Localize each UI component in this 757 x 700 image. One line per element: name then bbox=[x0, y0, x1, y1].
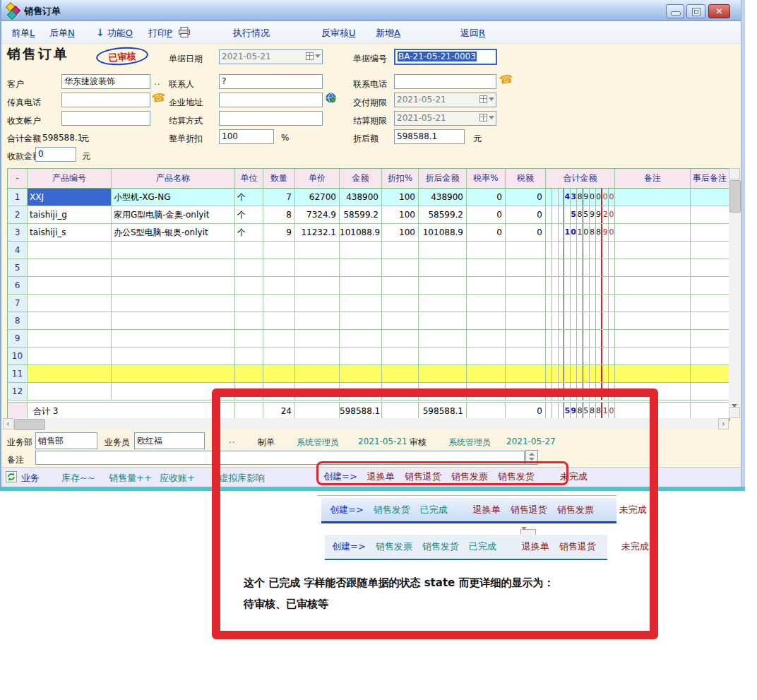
table-cell[interactable] bbox=[235, 365, 263, 383]
table-cell-remark[interactable] bbox=[615, 242, 691, 259]
refresh-icon[interactable] bbox=[6, 471, 17, 485]
toolbar-item-virtual-stock[interactable]: 虚拟库影响 bbox=[219, 472, 265, 485]
table-cell[interactable] bbox=[467, 365, 506, 383]
table-cell-amount[interactable] bbox=[546, 330, 615, 348]
table-cell-amount[interactable] bbox=[546, 365, 615, 383]
status-item-销售退货[interactable]: 销售退货 bbox=[405, 470, 441, 483]
table-cell[interactable] bbox=[235, 312, 263, 330]
table-cell-post-remark[interactable] bbox=[691, 330, 729, 348]
column-header-金额[interactable]: 金额 bbox=[340, 169, 382, 189]
dept-input[interactable]: 销售部 bbox=[35, 432, 97, 449]
table-cell[interactable] bbox=[295, 330, 340, 348]
table-cell[interactable] bbox=[112, 259, 235, 277]
settle-date-input[interactable]: 2021-05-21 bbox=[394, 111, 496, 126]
table-cell[interactable] bbox=[28, 383, 112, 401]
table-cell[interactable] bbox=[467, 242, 506, 259]
table-cell[interactable]: 7324.9 bbox=[295, 206, 340, 224]
close-button[interactable]: ✕ bbox=[708, 4, 730, 18]
table-cell[interactable] bbox=[506, 242, 546, 259]
table-cell-post-remark[interactable] bbox=[691, 348, 729, 365]
table-cell[interactable] bbox=[235, 259, 263, 277]
row-number[interactable]: 6 bbox=[8, 277, 28, 295]
table-cell-remark[interactable] bbox=[615, 330, 691, 348]
table-cell[interactable] bbox=[295, 295, 340, 312]
column-header-折扣%[interactable]: 折扣% bbox=[382, 169, 419, 189]
table-cell[interactable] bbox=[235, 242, 263, 259]
table-cell-remark[interactable] bbox=[615, 277, 691, 295]
table-cell-post-remark[interactable] bbox=[691, 277, 729, 295]
row-number[interactable]: 9 bbox=[8, 330, 28, 348]
table-cell[interactable] bbox=[263, 242, 295, 259]
table-cell[interactable] bbox=[506, 295, 546, 312]
table-cell[interactable]: 0 bbox=[467, 224, 506, 242]
table-cell[interactable] bbox=[382, 295, 419, 312]
table-cell[interactable] bbox=[295, 277, 340, 295]
table-cell[interactable] bbox=[263, 348, 295, 365]
table-cell[interactable]: 家用G型电脑-金奥-onlyit bbox=[112, 206, 235, 224]
doc-date-input[interactable]: 2021-05-21 bbox=[219, 49, 323, 64]
customer-lookup-button[interactable]: .. bbox=[154, 77, 161, 87]
table-cell[interactable] bbox=[382, 365, 419, 383]
table-cell[interactable] bbox=[382, 312, 419, 330]
received-amount-input[interactable]: 0 bbox=[35, 147, 76, 162]
table-cell[interactable]: 9 bbox=[263, 224, 295, 242]
table-cell[interactable]: 0 bbox=[467, 206, 506, 224]
menu-item-返回[interactable]: 返回R bbox=[460, 27, 485, 40]
table-cell[interactable]: XXJ bbox=[28, 189, 112, 206]
column-header-事后备注[interactable]: 事后备注 bbox=[691, 169, 729, 189]
table-cell[interactable] bbox=[28, 259, 112, 277]
table-cell[interactable]: 101088.9 bbox=[419, 224, 467, 242]
table-cell[interactable] bbox=[295, 259, 340, 277]
table-cell[interactable] bbox=[112, 295, 235, 312]
table-cell[interactable] bbox=[419, 365, 467, 383]
table-cell[interactable] bbox=[295, 383, 340, 401]
table-cell[interactable] bbox=[467, 277, 506, 295]
table-cell[interactable] bbox=[340, 242, 382, 259]
table-cell[interactable]: 0 bbox=[506, 189, 546, 206]
horizontal-scrollbar[interactable]: ‹ › bbox=[3, 418, 729, 429]
table-cell-amount[interactable]: 10108890 bbox=[546, 224, 615, 242]
table-cell-remark[interactable] bbox=[615, 312, 691, 330]
table-cell[interactable]: 0 bbox=[506, 206, 546, 224]
table-cell-amount[interactable] bbox=[546, 312, 615, 330]
table-cell[interactable] bbox=[263, 365, 295, 383]
table-cell-post-remark[interactable] bbox=[691, 295, 729, 312]
table-cell[interactable] bbox=[263, 259, 295, 277]
column-header--[interactable]: - bbox=[8, 169, 28, 189]
table-cell[interactable] bbox=[467, 295, 506, 312]
whole-discount-input[interactable]: 100 bbox=[219, 129, 274, 144]
table-cell[interactable] bbox=[467, 312, 506, 330]
menu-item-新增[interactable]: 新增A bbox=[376, 27, 400, 40]
table-cell[interactable] bbox=[112, 277, 235, 295]
table-cell[interactable] bbox=[340, 312, 382, 330]
vertical-scrollbar[interactable] bbox=[729, 168, 740, 418]
after-discount-input[interactable]: 598588.1 bbox=[394, 129, 465, 144]
toolbar-item-business[interactable]: 业务 bbox=[21, 472, 40, 485]
calendar-icon[interactable] bbox=[479, 95, 494, 103]
column-header-产品编号[interactable]: 产品编号 bbox=[28, 169, 112, 189]
table-cell[interactable] bbox=[419, 330, 467, 348]
fax-input[interactable] bbox=[61, 93, 150, 107]
table-cell[interactable]: 办公S型电脑-银奥-onlyit bbox=[112, 224, 235, 242]
table-cell[interactable] bbox=[506, 259, 546, 277]
column-header-备注[interactable]: 备注 bbox=[615, 169, 691, 189]
table-cell[interactable] bbox=[28, 365, 112, 383]
scroll-right-button[interactable]: › bbox=[718, 418, 729, 429]
row-number[interactable]: 5 bbox=[8, 259, 28, 277]
table-cell[interactable] bbox=[340, 259, 382, 277]
table-cell[interactable] bbox=[382, 383, 419, 401]
table-cell[interactable] bbox=[467, 348, 506, 365]
table-cell-remark[interactable] bbox=[615, 383, 691, 401]
table-cell[interactable] bbox=[235, 383, 263, 401]
table-cell[interactable]: 438900 bbox=[340, 189, 382, 206]
account-input[interactable] bbox=[61, 111, 150, 126]
table-cell[interactable] bbox=[112, 330, 235, 348]
scroll-up-button[interactable] bbox=[729, 168, 740, 179]
table-cell[interactable] bbox=[235, 277, 263, 295]
table-cell[interactable] bbox=[506, 365, 546, 383]
menu-item-反审核[interactable]: 反审核U bbox=[321, 27, 356, 40]
table-cell[interactable] bbox=[419, 259, 467, 277]
menu-item-printer-icon[interactable] bbox=[178, 27, 191, 40]
table-cell[interactable] bbox=[340, 365, 382, 383]
table-cell-amount[interactable] bbox=[546, 383, 615, 401]
